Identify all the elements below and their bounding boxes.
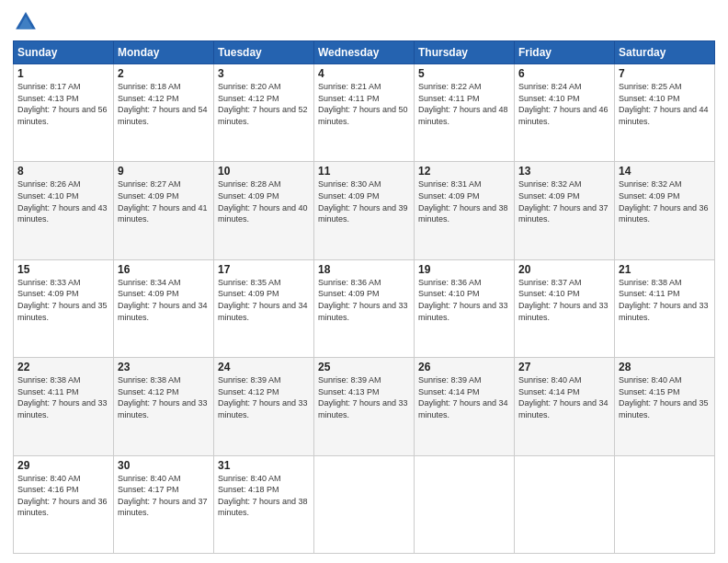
day-header-saturday: Saturday (615, 41, 715, 64)
calendar-cell: 20Sunrise: 8:37 AMSunset: 4:10 PMDayligh… (515, 259, 615, 357)
day-number: 31 (218, 459, 310, 472)
day-number: 2 (118, 67, 210, 80)
day-number: 15 (17, 263, 109, 276)
header (13, 9, 715, 35)
day-header-wednesday: Wednesday (314, 41, 415, 64)
calendar-week-row: 29Sunrise: 8:40 AMSunset: 4:16 PMDayligh… (14, 455, 715, 553)
day-info: Sunrise: 8:22 AMSunset: 4:11 PMDaylight:… (418, 81, 510, 127)
logo (13, 9, 42, 35)
calendar-cell: 18Sunrise: 8:36 AMSunset: 4:09 PMDayligh… (314, 259, 415, 357)
day-info: Sunrise: 8:37 AMSunset: 4:10 PMDaylight:… (518, 277, 610, 323)
day-number: 11 (318, 165, 410, 178)
day-number: 7 (619, 67, 711, 80)
logo-icon (13, 9, 39, 35)
calendar-cell: 19Sunrise: 8:36 AMSunset: 4:10 PMDayligh… (415, 259, 515, 357)
day-info: Sunrise: 8:17 AMSunset: 4:13 PMDaylight:… (17, 81, 109, 127)
day-number: 29 (17, 459, 109, 472)
calendar-week-row: 15Sunrise: 8:33 AMSunset: 4:09 PMDayligh… (14, 259, 715, 357)
day-info: Sunrise: 8:21 AMSunset: 4:11 PMDaylight:… (318, 81, 410, 127)
calendar-cell: 8Sunrise: 8:26 AMSunset: 4:10 PMDaylight… (14, 162, 114, 259)
page: SundayMondayTuesdayWednesdayThursdayFrid… (0, 0, 728, 563)
calendar-cell: 22Sunrise: 8:38 AMSunset: 4:11 PMDayligh… (14, 358, 114, 455)
calendar-cell: 15Sunrise: 8:33 AMSunset: 4:09 PMDayligh… (14, 259, 114, 357)
calendar-cell: 24Sunrise: 8:39 AMSunset: 4:12 PMDayligh… (214, 358, 314, 455)
calendar-cell (415, 455, 515, 553)
day-info: Sunrise: 8:40 AMSunset: 4:14 PMDaylight:… (518, 374, 610, 420)
day-info: Sunrise: 8:24 AMSunset: 4:10 PMDaylight:… (518, 81, 610, 127)
calendar-cell (615, 455, 715, 553)
day-info: Sunrise: 8:32 AMSunset: 4:09 PMDaylight:… (518, 178, 610, 224)
calendar-cell: 7Sunrise: 8:25 AMSunset: 4:10 PMDaylight… (615, 64, 715, 162)
day-header-sunday: Sunday (14, 41, 114, 64)
day-info: Sunrise: 8:40 AMSunset: 4:15 PMDaylight:… (619, 374, 711, 420)
day-info: Sunrise: 8:20 AMSunset: 4:12 PMDaylight:… (218, 81, 310, 127)
day-info: Sunrise: 8:39 AMSunset: 4:14 PMDaylight:… (418, 374, 510, 420)
calendar-cell: 14Sunrise: 8:32 AMSunset: 4:09 PMDayligh… (615, 162, 715, 259)
day-info: Sunrise: 8:31 AMSunset: 4:09 PMDaylight:… (418, 178, 510, 224)
day-number: 14 (619, 165, 711, 178)
calendar-cell: 23Sunrise: 8:38 AMSunset: 4:12 PMDayligh… (114, 358, 214, 455)
day-info: Sunrise: 8:39 AMSunset: 4:13 PMDaylight:… (318, 374, 410, 420)
calendar-cell: 4Sunrise: 8:21 AMSunset: 4:11 PMDaylight… (314, 64, 415, 162)
day-header-tuesday: Tuesday (214, 41, 314, 64)
day-number: 27 (518, 361, 610, 373)
day-number: 19 (418, 263, 510, 276)
day-info: Sunrise: 8:28 AMSunset: 4:09 PMDaylight:… (218, 178, 310, 224)
calendar-cell: 28Sunrise: 8:40 AMSunset: 4:15 PMDayligh… (615, 358, 715, 455)
day-info: Sunrise: 8:40 AMSunset: 4:18 PMDaylight:… (218, 473, 310, 519)
day-number: 5 (418, 67, 510, 80)
day-info: Sunrise: 8:40 AMSunset: 4:17 PMDaylight:… (118, 473, 210, 519)
day-number: 12 (418, 165, 510, 178)
day-number: 25 (318, 361, 410, 373)
day-info: Sunrise: 8:25 AMSunset: 4:10 PMDaylight:… (619, 81, 711, 127)
calendar-cell: 17Sunrise: 8:35 AMSunset: 4:09 PMDayligh… (214, 259, 314, 357)
calendar-cell: 5Sunrise: 8:22 AMSunset: 4:11 PMDaylight… (415, 64, 515, 162)
day-header-thursday: Thursday (415, 41, 515, 64)
calendar-cell: 3Sunrise: 8:20 AMSunset: 4:12 PMDaylight… (214, 64, 314, 162)
day-header-friday: Friday (515, 41, 615, 64)
day-info: Sunrise: 8:40 AMSunset: 4:16 PMDaylight:… (17, 473, 109, 519)
calendar-cell: 2Sunrise: 8:18 AMSunset: 4:12 PMDaylight… (114, 64, 214, 162)
calendar-cell: 16Sunrise: 8:34 AMSunset: 4:09 PMDayligh… (114, 259, 214, 357)
day-number: 28 (619, 361, 711, 373)
day-info: Sunrise: 8:34 AMSunset: 4:09 PMDaylight:… (118, 277, 210, 323)
calendar-week-row: 22Sunrise: 8:38 AMSunset: 4:11 PMDayligh… (14, 358, 715, 455)
day-info: Sunrise: 8:33 AMSunset: 4:09 PMDaylight:… (17, 277, 109, 323)
calendar-cell: 30Sunrise: 8:40 AMSunset: 4:17 PMDayligh… (114, 455, 214, 553)
day-info: Sunrise: 8:32 AMSunset: 4:09 PMDaylight:… (619, 178, 711, 224)
calendar-cell: 26Sunrise: 8:39 AMSunset: 4:14 PMDayligh… (415, 358, 515, 455)
day-number: 9 (118, 165, 210, 178)
calendar-cell: 13Sunrise: 8:32 AMSunset: 4:09 PMDayligh… (515, 162, 615, 259)
day-info: Sunrise: 8:36 AMSunset: 4:10 PMDaylight:… (418, 277, 510, 323)
day-info: Sunrise: 8:27 AMSunset: 4:09 PMDaylight:… (118, 178, 210, 224)
day-number: 16 (118, 263, 210, 276)
calendar-cell (515, 455, 615, 553)
calendar-cell: 29Sunrise: 8:40 AMSunset: 4:16 PMDayligh… (14, 455, 114, 553)
calendar-week-row: 1Sunrise: 8:17 AMSunset: 4:13 PMDaylight… (14, 64, 715, 162)
calendar-header-row: SundayMondayTuesdayWednesdayThursdayFrid… (14, 41, 715, 64)
day-number: 6 (518, 67, 610, 80)
day-number: 10 (218, 165, 310, 178)
day-number: 20 (518, 263, 610, 276)
calendar-cell: 6Sunrise: 8:24 AMSunset: 4:10 PMDaylight… (515, 64, 615, 162)
calendar-cell: 27Sunrise: 8:40 AMSunset: 4:14 PMDayligh… (515, 358, 615, 455)
day-number: 4 (318, 67, 410, 80)
day-header-monday: Monday (114, 41, 214, 64)
day-info: Sunrise: 8:38 AMSunset: 4:11 PMDaylight:… (17, 374, 109, 420)
day-number: 23 (118, 361, 210, 373)
day-number: 3 (218, 67, 310, 80)
calendar-cell: 12Sunrise: 8:31 AMSunset: 4:09 PMDayligh… (415, 162, 515, 259)
calendar-cell: 9Sunrise: 8:27 AMSunset: 4:09 PMDaylight… (114, 162, 214, 259)
day-number: 30 (118, 459, 210, 472)
day-number: 22 (17, 361, 109, 373)
calendar-cell: 25Sunrise: 8:39 AMSunset: 4:13 PMDayligh… (314, 358, 415, 455)
day-number: 8 (17, 165, 109, 178)
day-number: 21 (619, 263, 711, 276)
calendar-cell: 31Sunrise: 8:40 AMSunset: 4:18 PMDayligh… (214, 455, 314, 553)
calendar-cell: 11Sunrise: 8:30 AMSunset: 4:09 PMDayligh… (314, 162, 415, 259)
day-info: Sunrise: 8:36 AMSunset: 4:09 PMDaylight:… (318, 277, 410, 323)
day-info: Sunrise: 8:26 AMSunset: 4:10 PMDaylight:… (17, 178, 109, 224)
calendar-week-row: 8Sunrise: 8:26 AMSunset: 4:10 PMDaylight… (14, 162, 715, 259)
day-number: 26 (418, 361, 510, 373)
calendar-cell: 10Sunrise: 8:28 AMSunset: 4:09 PMDayligh… (214, 162, 314, 259)
